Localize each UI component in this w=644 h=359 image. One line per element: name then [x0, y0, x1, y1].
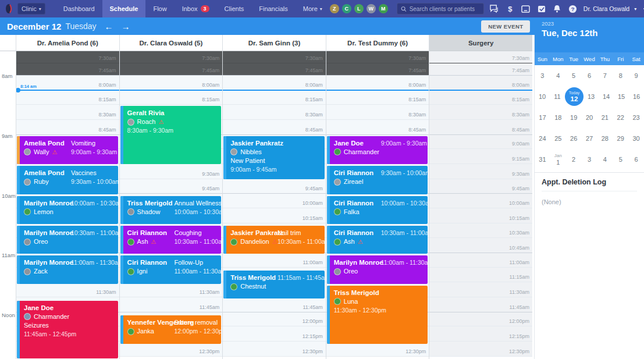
time-slot[interactable]: 12:15pm	[429, 326, 532, 342]
nav-item-dashboard[interactable]: Dashboard	[56, 0, 102, 17]
time-slot[interactable]: 7:45am	[16, 63, 119, 76]
prev-day-arrow[interactable]: ←	[105, 22, 113, 31]
next-day-arrow[interactable]: →	[122, 22, 130, 31]
time-slot[interactable]: 8:45am	[326, 120, 429, 135]
global-search[interactable]	[397, 3, 484, 15]
appointment-card[interactable]: Ciri RiannonZireael9:30am - 10:00am	[327, 166, 428, 194]
appointment-card[interactable]: Ciri RiannonAsh⚠Coughing10:30am - 11:00a…	[120, 226, 222, 254]
billing-icon[interactable]: $	[505, 3, 515, 14]
calendar-day[interactable]: Today12	[565, 86, 583, 107]
appointment-card[interactable]: Marilyn MonroeOreo11:00am - 11:30am	[327, 255, 428, 283]
calendar-day[interactable]: 5	[613, 149, 628, 170]
time-slot[interactable]: 11:30am	[429, 282, 532, 297]
appointment-card[interactable]: Jaskier PankratzNibblesNew Patient9:00am…	[223, 136, 325, 179]
calendar-day[interactable]: Jan1	[550, 149, 566, 170]
time-slot[interactable]: 7:30am	[429, 51, 532, 63]
calendar-day[interactable]: 6	[582, 65, 597, 86]
time-slot[interactable]: 11:15am	[429, 268, 532, 283]
time-slot[interactable]: 7:30am	[16, 51, 119, 63]
calendar-day[interactable]: 26	[566, 128, 582, 149]
calendar-day[interactable]: 3	[582, 149, 597, 170]
nav-item-financials[interactable]: Financials	[251, 0, 296, 17]
calendar-day[interactable]: 5	[566, 65, 582, 86]
calendar-day[interactable]: 4	[597, 149, 613, 170]
calendar-day[interactable]: 6	[628, 149, 644, 170]
time-slot[interactable]: 10:15am	[223, 208, 326, 223]
time-slot[interactable]: 11:30am	[120, 282, 223, 297]
time-slot[interactable]: 8:00am	[429, 75, 532, 90]
new-event-button[interactable]: NEW EVENT	[481, 20, 530, 33]
appointment-card[interactable]: Triss MerigoldShadowAnnual Wellness10:00…	[120, 196, 222, 224]
calendar-day[interactable]: 31	[535, 149, 550, 170]
time-slot[interactable]: 8:00am	[326, 75, 429, 90]
time-slot[interactable]: 8:00am	[223, 75, 326, 90]
time-slot[interactable]: 11:45am	[223, 297, 326, 312]
time-slot[interactable]: 11:30am	[16, 282, 119, 297]
calendar-day[interactable]: 15	[614, 86, 629, 107]
time-slot[interactable]: 8:00am	[120, 75, 223, 90]
calendar-day[interactable]: 19	[566, 107, 582, 128]
time-slot[interactable]: 10:00am	[429, 193, 532, 208]
notifications-bell-icon[interactable]	[552, 3, 563, 14]
appointment-card[interactable]: Ciri RiannonIgniFollow-Up11:00am - 11:30…	[120, 255, 222, 283]
search-input[interactable]	[410, 6, 480, 12]
time-slot[interactable]: 9:30am	[429, 164, 532, 179]
nav-item-inbox[interactable]: Inbox3	[175, 0, 217, 17]
nav-item-schedule[interactable]: Schedule	[102, 0, 146, 17]
appointment-card[interactable]: Geralt RiviaRoach⚠8:30am - 9:30am	[120, 106, 222, 164]
time-slot[interactable]: 11:45am	[429, 297, 532, 312]
time-slot[interactable]: 8:30am	[223, 105, 326, 120]
time-slot[interactable]: 9:15am	[429, 149, 532, 164]
calendar-day[interactable]: 21	[597, 107, 613, 128]
calendar-day[interactable]: 7	[597, 65, 613, 86]
time-slot[interactable]: 10:00am	[223, 193, 326, 208]
avatar[interactable]: L	[354, 4, 364, 13]
time-slot[interactable]: 10:45am	[429, 238, 532, 253]
time-slot[interactable]: 12:30pm	[120, 342, 223, 357]
appointment-card[interactable]: Amelia PondRubyVaccines9:30am - 10:00am	[17, 166, 118, 194]
avatar[interactable]: Z	[330, 4, 339, 13]
calendar-day[interactable]: 2	[566, 149, 582, 170]
appointment-card[interactable]: Marilyn MonroeZack11:00am - 11:30am	[17, 255, 118, 283]
time-slot[interactable]: 10:15am	[429, 208, 532, 223]
nav-item-clients[interactable]: Clients	[217, 0, 252, 17]
appointment-card[interactable]: Jane DoeCharmander9:00am - 9:30am	[327, 136, 428, 164]
calendar-day[interactable]: 8	[613, 65, 628, 86]
nav-item-more[interactable]: More▾	[296, 0, 330, 17]
time-slot[interactable]: 12:30pm	[223, 342, 326, 357]
nav-item-flow[interactable]: Flow	[145, 0, 174, 17]
time-slot[interactable]: 7:30am	[223, 51, 326, 63]
appointment-card[interactable]: Amelia PondWally⚠Vomiting9:00am - 9:30am	[17, 136, 118, 164]
time-slot[interactable]: 8:15am	[223, 90, 326, 105]
time-slot[interactable]: 7:30am	[326, 51, 429, 63]
time-slot[interactable]: 12:30pm	[429, 342, 532, 357]
time-slot[interactable]: 8:15am	[429, 90, 532, 105]
appointment-card[interactable]: Jaskier PankratzDandelion⚠Nail trim10:30…	[223, 226, 325, 254]
calendar-day[interactable]: 3	[535, 65, 550, 86]
appointment-card[interactable]: Marilyn MonroeOreo10:30am - 11:00am	[17, 226, 118, 254]
time-slot[interactable]: 8:30am	[429, 105, 532, 120]
calendar-day[interactable]: 29	[613, 128, 628, 149]
appointment-card[interactable]: Ciri RiannonAsh⚠10:30am - 11:00am	[327, 226, 428, 254]
time-slot[interactable]: 7:30am	[120, 51, 223, 63]
time-slot[interactable]: 9:45am	[429, 179, 532, 194]
time-slot[interactable]: 8:45am	[223, 120, 326, 135]
calendar-day[interactable]: 13	[583, 86, 599, 107]
calendar-day[interactable]: 16	[629, 86, 644, 107]
time-slot[interactable]: 7:45am	[429, 63, 532, 76]
time-slot[interactable]: 9:45am	[223, 179, 326, 194]
avatar[interactable]: M	[379, 4, 388, 13]
calendar-day[interactable]: 4	[550, 65, 566, 86]
time-slot[interactable]: 8:30am	[16, 105, 119, 120]
calendar-day[interactable]: 10	[535, 86, 550, 107]
avatar[interactable]: C	[342, 4, 351, 13]
appointment-card[interactable]: Triss MerigoldChestnut11:15am - 11:45am	[223, 271, 325, 298]
calendar-day[interactable]: 23	[628, 107, 644, 128]
calendar-day[interactable]: 22	[613, 107, 628, 128]
appointment-card[interactable]: Marilyn MonroeLemon10:00am - 10:30am	[17, 196, 118, 224]
calendar-day[interactable]: 9	[628, 65, 644, 86]
help-icon[interactable]: ?	[568, 3, 578, 14]
time-slot[interactable]: 8:30am	[326, 105, 429, 120]
time-slot[interactable]: 7:45am	[223, 63, 326, 76]
time-slot[interactable]: 11:00am	[223, 253, 326, 268]
